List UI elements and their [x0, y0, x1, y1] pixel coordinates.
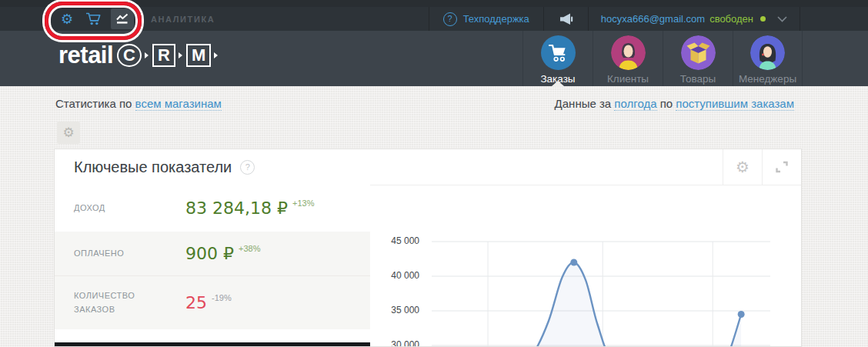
kpi-row-paid: ОПЛАЧЕНО 900 ₽ +38%	[55, 232, 370, 275]
gear-icon: ⚙	[62, 126, 74, 139]
expand-icon	[774, 159, 790, 175]
stats-prefix: Статистика по	[55, 97, 132, 110]
gear-glyph: ⚙	[61, 12, 73, 26]
data-middle: по	[660, 97, 673, 110]
logo-letter-r: R	[152, 44, 175, 67]
nav-item-products[interactable]: Товары	[663, 31, 733, 86]
logo-text-retail: retail	[58, 43, 113, 67]
kpi-value: 25	[185, 293, 207, 312]
topbar: ⚙ АНАЛИТИКА ? Техподдержка	[0, 0, 868, 31]
stats-scope-filter: Статистика по всем магазинам	[55, 97, 222, 110]
logo-arrow-icon	[179, 52, 182, 58]
megaphone-icon	[559, 13, 573, 25]
kpi-label: ДОХОД	[74, 202, 165, 215]
nav-label-products: Товары	[680, 73, 716, 85]
orders-type-filter-link[interactable]: поступившим заказам	[676, 97, 794, 111]
user-menu[interactable]: hocyxa666@gmail.com свободен	[588, 7, 800, 31]
topbar-right: ? Техподдержка hocyxa666@gmail.com свобо…	[429, 7, 868, 31]
kpi-label: ОПЛАЧЕНО	[74, 247, 165, 260]
main-nav: Заказы Клиенты	[522, 31, 803, 86]
orders-cart-icon	[541, 35, 576, 70]
announcements-button[interactable]	[543, 7, 588, 31]
panel-settings-button[interactable]: ⚙	[723, 149, 762, 185]
logo-letter-c: C	[117, 44, 142, 67]
kpi-row-orders-count: КОЛИЧЕСТВО ЗАКАЗОВ 25 -19%	[55, 275, 370, 329]
analytics-graph-icon	[115, 13, 129, 25]
y-axis-tick-label: 30 000	[370, 339, 419, 347]
chart-plot-area	[432, 185, 770, 347]
logo-arrow-icon	[214, 52, 218, 58]
active-tab-pointer	[552, 81, 564, 86]
online-status-dot	[760, 16, 766, 22]
help-icon[interactable]: ?	[240, 160, 255, 175]
support-label: Техподдержка	[463, 13, 529, 25]
support-button[interactable]: ? Техподдержка	[429, 7, 543, 31]
panel-actions: ⚙	[723, 149, 801, 185]
retailcrm-logo[interactable]: retail C R M	[58, 43, 218, 67]
cropped-next-row	[55, 342, 370, 347]
filters-row: Статистика по всем магазинам Данные за п…	[55, 86, 794, 120]
products-box-icon	[681, 35, 716, 70]
user-email: hocyxa666@gmail.com	[601, 13, 705, 25]
current-section-label: АНАЛИТИКА	[151, 15, 215, 24]
kpi-delta: +13%	[292, 199, 314, 208]
kpi-row-income: ДОХОД 83 284,18 ₽ +13%	[55, 185, 370, 232]
y-axis-tick-label: 40 000	[370, 270, 419, 281]
logo-arrow-icon	[145, 52, 149, 58]
user-status: свободен	[709, 13, 753, 25]
nav-item-orders[interactable]: Заказы	[522, 31, 593, 86]
data-period-filter: Данные за полгода по поступившим заказам	[555, 97, 794, 110]
question-circle-icon: ?	[443, 12, 457, 26]
shops-filter-link[interactable]: всем магазинам	[135, 97, 222, 111]
kpi-delta: -19%	[212, 293, 232, 302]
nav-label-clients: Клиенты	[607, 73, 649, 85]
managers-avatar-icon	[750, 35, 785, 70]
panel-header: Ключевые показатели ? ⚙	[55, 149, 801, 185]
panel-expand-button[interactable]	[762, 149, 801, 185]
panel-title: Ключевые показатели	[74, 158, 232, 176]
app-header: retail C R M Заказы	[0, 31, 868, 86]
y-axis-tick-label: 45 000	[370, 235, 419, 246]
nav-item-managers[interactable]: Менеджеры	[733, 31, 803, 86]
settings-gear-icon[interactable]: ⚙	[57, 9, 77, 29]
kpi-list: ДОХОД 83 284,18 ₽ +13% ОПЛАЧЕНО 900 ₽ +3…	[55, 185, 370, 329]
nav-label-managers: Менеджеры	[739, 73, 796, 85]
data-prefix: Данные за	[555, 97, 612, 110]
nav-item-clients[interactable]: Клиенты	[593, 31, 663, 86]
y-axis-tick-label: 35 000	[370, 305, 419, 315]
clients-avatar-icon	[611, 35, 646, 70]
period-filter-link[interactable]: полгода	[614, 97, 656, 111]
cart-icon-svg	[85, 12, 102, 26]
dashboard-settings-button[interactable]: ⚙	[57, 122, 80, 144]
kpi-value: 900 ₽	[185, 244, 234, 263]
key-indicators-panel: Ключевые показатели ? ⚙ ДОХОД 83 284,18 …	[54, 148, 802, 347]
gear-icon: ⚙	[736, 159, 749, 175]
analytics-tab-active[interactable]	[111, 8, 134, 29]
kpi-label: КОЛИЧЕСТВО ЗАКАЗОВ	[74, 289, 165, 315]
kpi-delta: +38%	[239, 244, 260, 253]
kpi-value: 83 284,18 ₽	[185, 199, 288, 218]
topbar-left-icons: ⚙ АНАЛИТИКА	[0, 8, 215, 29]
chevron-down-icon[interactable]	[777, 16, 787, 22]
topbar-spacer	[800, 7, 868, 31]
kpi-line-chart: 45 00040 00035 00030 000	[370, 185, 801, 347]
orders-cart-icon[interactable]	[84, 9, 104, 29]
topbar-top-shade	[0, 0, 868, 7]
logo-letter-m: M	[186, 44, 211, 67]
